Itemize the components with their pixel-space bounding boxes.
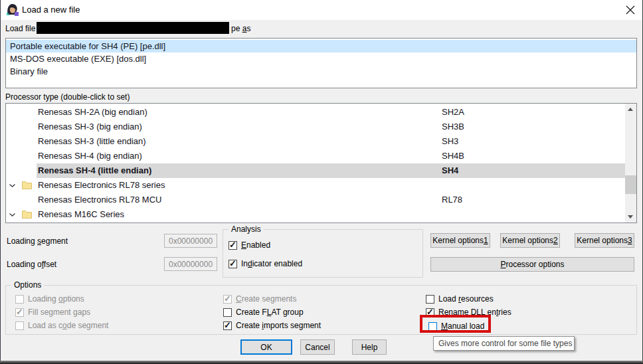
loading-segment-input[interactable] xyxy=(164,234,217,248)
processor-row-selected[interactable]: Renesas SH-4 (little endian) SH4 xyxy=(6,163,636,178)
filetype-row-binary[interactable]: Binary file xyxy=(6,65,636,78)
scrollbar[interactable] xyxy=(625,104,636,223)
checkbox-unchecked-icon xyxy=(15,295,24,304)
processor-row[interactable]: Renesas SH-3 (big endian) SH3B xyxy=(6,120,636,134)
analysis-group: Analysis Enabled Indicator enabled xyxy=(223,229,423,278)
window-left-border xyxy=(0,0,1,364)
window-bottom-border xyxy=(0,361,643,364)
ok-button[interactable]: OK xyxy=(240,339,292,355)
processor-folder-row[interactable]: Renesas M16C Series xyxy=(6,207,636,222)
tooltip: Gives more control for some file types xyxy=(433,336,575,351)
folder-icon xyxy=(22,210,32,219)
filetype-row-msdos[interactable]: MS-DOS executable (EXE) [dos.dll] xyxy=(6,52,636,65)
loading-segment-label: Loading segment xyxy=(7,236,68,246)
checkbox-checked-icon xyxy=(15,308,24,317)
window-titlebar: Load a new file xyxy=(1,0,642,20)
kernel-options-1-button[interactable]: Kernel options 1 xyxy=(430,233,490,248)
processor-row[interactable]: Renesas SH-4 (big endian) SH4B xyxy=(6,149,636,163)
processor-row[interactable]: Renesas SH-3 (little endian) SH3 xyxy=(6,134,636,149)
kernel-options-2-button[interactable]: Kernel options 2 xyxy=(500,233,560,248)
folder-icon xyxy=(22,181,32,189)
load-file-dialog: Load a new file Load file pe as Portable… xyxy=(0,0,643,364)
create-imports-segment-checkbox[interactable]: Create imports segment xyxy=(223,321,321,330)
annotation-rectangle xyxy=(420,315,491,333)
loading-offset-input[interactable] xyxy=(164,257,217,271)
create-flat-group-checkbox[interactable]: Create FLAT group xyxy=(223,308,304,317)
create-segments-checkbox: Create segments xyxy=(223,294,296,304)
processor-row[interactable]: Renesas SH-2A (big endian) SH2A xyxy=(6,105,636,120)
cancel-button[interactable]: Cancel xyxy=(300,339,335,355)
load-resources-checkbox[interactable]: Load resources xyxy=(426,294,494,304)
loading-offset-label: Loading offset xyxy=(7,260,56,269)
close-icon[interactable] xyxy=(625,5,636,15)
scrollbar-thumb[interactable] xyxy=(625,175,636,194)
analysis-group-title: Analysis xyxy=(229,225,264,234)
processor-options-button[interactable]: Processor options xyxy=(430,257,634,272)
scroll-up-icon[interactable] xyxy=(625,104,636,115)
checkbox-unchecked-icon[interactable] xyxy=(223,308,232,317)
fill-segment-gaps-checkbox: Fill segment gaps xyxy=(15,308,90,317)
chevron-down-icon[interactable] xyxy=(9,183,16,188)
filetype-list: Portable executable for SH4 (PE) [pe.dll… xyxy=(5,38,637,88)
load-file-label: Load file xyxy=(5,24,35,33)
options-group: Options Loading options Fill segment gap… xyxy=(5,285,637,335)
load-file-as-label: pe as xyxy=(231,24,250,33)
help-button[interactable]: Help xyxy=(352,339,387,355)
processor-folder-row[interactable]: Renesas Electronics RL78 series xyxy=(6,178,636,193)
load-as-code-segment-checkbox: Load as code segment xyxy=(15,321,108,330)
checkbox-checked-icon[interactable] xyxy=(223,321,232,330)
options-group-title: Options xyxy=(11,280,44,290)
filetype-row-pe[interactable]: Portable executable for SH4 (PE) [pe.dll… xyxy=(6,40,636,52)
kernel-options-3-button[interactable]: Kernel options 3 xyxy=(575,233,634,248)
checkbox-checked-icon[interactable] xyxy=(229,241,237,250)
scroll-down-icon[interactable] xyxy=(625,211,636,223)
analysis-indicator-checkbox[interactable]: Indicator enabled xyxy=(229,259,302,268)
checkbox-checked-icon[interactable] xyxy=(229,260,237,268)
analysis-enabled-checkbox[interactable]: Enabled xyxy=(229,240,270,250)
processor-list: Renesas SH-2A (big endian) SH2A Renesas … xyxy=(5,103,637,223)
ida-app-icon xyxy=(6,3,19,16)
checkbox-unchecked-icon[interactable] xyxy=(426,295,434,304)
processor-type-label: Processor type (double-click to set) xyxy=(5,92,130,102)
processor-row[interactable]: Renesas Electronics RL78 MCU RL78 xyxy=(6,193,636,207)
chevron-down-icon[interactable] xyxy=(9,213,16,217)
checkbox-checked-icon xyxy=(223,295,232,304)
window-title: Load a new file xyxy=(22,5,80,15)
checkbox-unchecked-icon xyxy=(15,321,24,330)
redacted-file-path xyxy=(37,22,229,34)
loading-options-checkbox: Loading options xyxy=(15,294,84,304)
